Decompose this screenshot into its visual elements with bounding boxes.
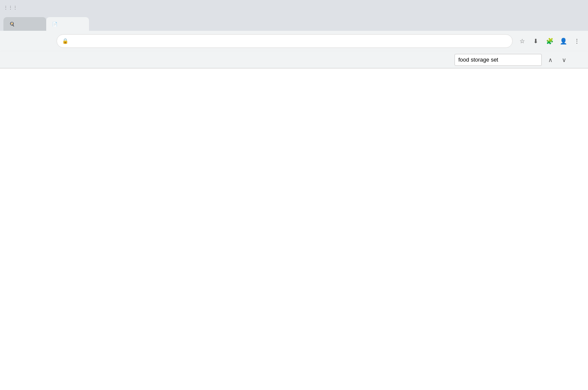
title-bar: ⋮⋮⋮ [0, 0, 588, 15]
find-input-wrapper [454, 54, 542, 66]
find-input[interactable] [458, 56, 535, 63]
chrome-menu-icon: ⋮⋮⋮ [3, 5, 18, 11]
find-bar: ∧ ∨ [0, 51, 588, 68]
tab-favicon-viewsource: 📄 [51, 21, 58, 27]
new-tab-button[interactable] [91, 19, 103, 31]
more-menu-icon[interactable]: ⋮ [571, 35, 583, 47]
download-icon[interactable]: ⬇ [530, 35, 542, 47]
close-button[interactable] [565, 0, 585, 15]
forward-button[interactable] [22, 34, 36, 48]
tab-cookware[interactable]: 🍳 [3, 17, 46, 31]
tab-viewsource[interactable]: 📄 [46, 17, 89, 31]
maximize-button[interactable] [542, 0, 561, 15]
source-content[interactable] [0, 68, 588, 390]
tab-close-viewsource[interactable] [77, 21, 84, 27]
tabs-bar: 🍳 📄 [0, 15, 588, 31]
refresh-button[interactable] [39, 34, 53, 48]
nav-bar: 🔒 ☆ ⬇ 🧩 👤 ⋮ [0, 31, 588, 51]
extensions-icon[interactable]: 🧩 [543, 35, 555, 47]
bookmark-star-icon[interactable]: ☆ [516, 35, 528, 47]
address-bar[interactable]: 🔒 [56, 34, 513, 48]
find-prev-button[interactable]: ∧ [545, 55, 555, 65]
lock-icon: 🔒 [62, 38, 68, 44]
nav-icons-right: ☆ ⬇ 🧩 👤 ⋮ [516, 35, 583, 47]
back-button[interactable] [5, 34, 19, 48]
tab-favicon-cookware: 🍳 [9, 21, 15, 27]
minimize-button[interactable] [519, 0, 538, 15]
find-close-button[interactable] [573, 55, 583, 65]
find-next-button[interactable]: ∨ [559, 55, 569, 65]
tab-close-cookware[interactable] [34, 21, 41, 27]
profile-icon[interactable]: 👤 [557, 35, 569, 47]
chrome-window: ⋮⋮⋮ 🍳 📄 🔒 ☆ ⬇ � [0, 0, 588, 390]
